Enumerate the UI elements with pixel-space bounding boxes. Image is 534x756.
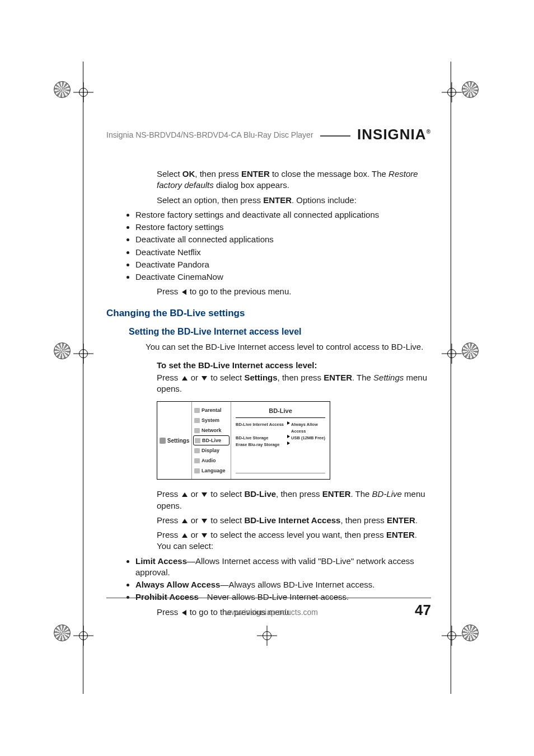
down-arrow-icon	[202, 376, 207, 381]
brand-logo: INSIGNIA®	[357, 126, 431, 143]
crop-guide-v-right	[451, 62, 451, 694]
display-icon	[194, 448, 200, 453]
heading-bdlive: Changing the BD-Live settings	[106, 308, 431, 319]
bdlive-icon	[195, 438, 200, 443]
registration-cross	[442, 82, 462, 102]
lock-icon	[194, 408, 200, 413]
ui-row: BD-Live Storage USB (12MB Free)	[236, 435, 325, 442]
ui-menu-display: Display	[192, 445, 231, 456]
bdlive-intro: You can set the BD-Live Internet access …	[146, 341, 431, 353]
language-icon	[194, 468, 200, 473]
registration-cross	[73, 626, 93, 646]
up-arrow-icon	[182, 519, 188, 523]
up-arrow-icon	[182, 533, 188, 538]
list-item: Limit Access—Allows Internet access with…	[135, 556, 431, 579]
registration-wheel	[462, 81, 479, 98]
ui-menu-network: Network	[192, 425, 231, 435]
ui-menu-audio: Audio	[192, 456, 231, 466]
heading-to-set: To set the BD-Live Internet access level…	[157, 360, 431, 370]
restore-options-list: Restore factory settings and deactivate …	[135, 209, 431, 283]
list-item: Deactivate all connected applications	[135, 234, 431, 245]
right-caret-icon	[287, 435, 290, 438]
registration-cross	[442, 626, 462, 646]
list-item: Restore factory settings	[135, 222, 431, 233]
list-item: Always Allow Access—Always allows BD-Liv…	[135, 579, 431, 590]
left-arrow-icon	[182, 289, 186, 295]
restore-prev: Press to go to the previous menu.	[157, 286, 431, 297]
ui-menu-language: Language	[192, 466, 231, 476]
restore-p1: Select OK, then press ENTER to close the…	[157, 168, 431, 191]
ui-row: BD-Live Internet Access Always Allow Acc…	[236, 421, 325, 435]
registration-cross	[73, 344, 93, 364]
ui-panel-title: BD-Live	[236, 405, 325, 418]
right-caret-icon	[287, 421, 290, 425]
access-levels-list: Limit Access—Allows Internet access with…	[135, 556, 431, 603]
ui-menu-bdlive: BD-Live	[193, 435, 229, 445]
registration-wheel	[462, 624, 479, 641]
down-arrow-icon	[202, 533, 207, 538]
ui-panel-divider	[236, 473, 325, 473]
header-rule	[320, 135, 351, 137]
ui-menu-system: System	[192, 415, 231, 425]
registration-wheel	[54, 81, 71, 98]
registration-wheel	[54, 624, 71, 641]
page-header: Insignia NS-BRDVD4/NS-BRDVD4-CA Blu-Ray …	[106, 126, 431, 143]
bdlive-step4: Press or to select the access level you …	[157, 529, 431, 552]
system-icon	[194, 418, 200, 423]
down-arrow-icon	[202, 492, 207, 497]
bdlive-step2: Press or to select BD-Live, then press E…	[157, 489, 431, 511]
registration-cross	[257, 626, 277, 646]
ui-side-tab: Settings	[157, 402, 192, 479]
restore-p2: Select an option, then press ENTER. Opti…	[157, 195, 431, 206]
list-item: Restore factory settings and deactivate …	[135, 209, 431, 220]
network-icon	[194, 428, 200, 433]
ui-side-label: Settings	[167, 438, 189, 444]
bdlive-step3: Press or to select BD-Live Internet Acce…	[157, 515, 431, 526]
audio-icon	[194, 458, 200, 463]
header-product-name: Insignia NS-BRDVD4/NS-BRDVD4-CA Blu-Ray …	[106, 130, 313, 139]
registration-cross	[442, 344, 462, 364]
footer-page-number: 47	[415, 602, 431, 619]
up-arrow-icon	[182, 492, 188, 497]
settings-ui-screenshot: Settings Parental System Network BD-Live…	[157, 401, 330, 480]
footer-url: www.insigniaproducts.com	[226, 608, 318, 617]
page-footer: www.insigniaproducts.com 47	[106, 598, 431, 619]
registration-wheel	[54, 342, 71, 359]
crop-guide-v-left	[83, 62, 83, 694]
down-arrow-icon	[202, 519, 207, 523]
list-item: Deactivate CinemaNow	[135, 271, 431, 283]
ui-row: Erase Blu-ray Storage	[236, 442, 325, 448]
gear-icon	[160, 438, 166, 444]
list-item: Deactivate Pandora	[135, 259, 431, 270]
list-item: Deactivate Netflix	[135, 247, 431, 258]
up-arrow-icon	[182, 376, 188, 381]
heading-bdlive-access: Setting the BD-Live Internet access leve…	[129, 327, 431, 337]
registration-wheel	[462, 342, 479, 359]
right-caret-icon	[287, 442, 290, 445]
ui-menu-parental: Parental	[192, 405, 231, 415]
registration-cross	[73, 82, 93, 102]
page-body: Insignia NS-BRDVD4/NS-BRDVD4-CA Blu-Ray …	[106, 126, 431, 621]
bdlive-step1: Press or to select Settings, then press …	[157, 372, 431, 395]
ui-menu-column: Parental System Network BD-Live Display …	[192, 402, 231, 479]
ui-panel: BD-Live BD-Live Internet Access Always A…	[231, 402, 330, 479]
